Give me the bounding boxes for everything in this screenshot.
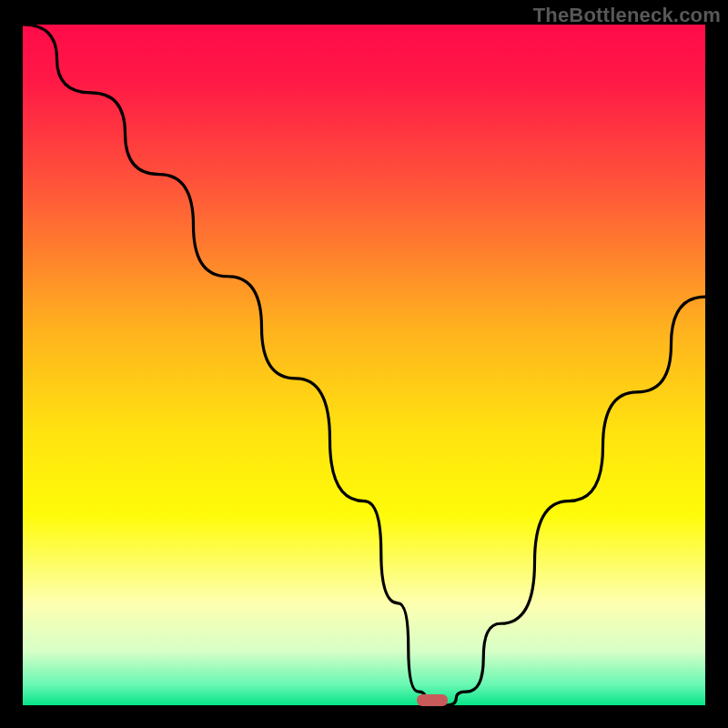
- watermark-text: TheBottleneck.com: [533, 4, 721, 27]
- chart-frame: TheBottleneck.com: [0, 0, 728, 728]
- bottleneck-plot: [0, 0, 728, 728]
- minimum-marker: [417, 694, 448, 706]
